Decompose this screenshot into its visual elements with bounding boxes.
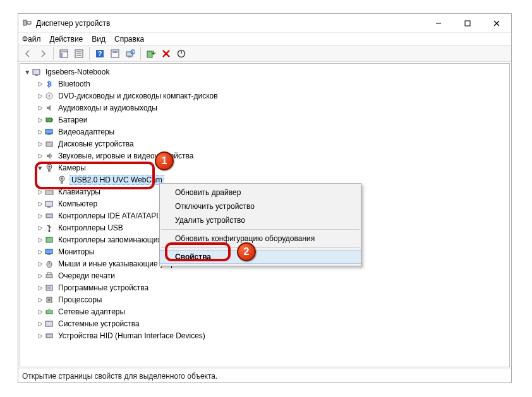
svg-point-37 [48, 165, 50, 167]
collapse-icon[interactable] [23, 68, 32, 76]
tree-node-net[interactable]: Сетевые адаптеры [21, 306, 509, 317]
svg-rect-32 [45, 129, 52, 134]
expand-icon[interactable] [35, 116, 44, 124]
expand-icon[interactable] [35, 247, 44, 256]
tree-node-disks[interactable]: Дисковые устройства [21, 138, 509, 150]
svg-text:?: ? [98, 50, 102, 57]
tree-label: Процессоры [57, 295, 104, 304]
svg-rect-49 [45, 249, 52, 254]
expand-icon[interactable] [35, 331, 44, 340]
tree-node-system[interactable]: Системные устройства [21, 318, 509, 329]
context-separator [161, 229, 360, 230]
menu-help[interactable]: Справка [114, 35, 144, 44]
scan-hardware-button[interactable] [123, 47, 137, 61]
tree-label-selected: USB2.0 HD UVC WebCam [70, 175, 164, 185]
svg-rect-4 [465, 21, 470, 26]
computer-root-icon [32, 67, 42, 77]
tree-label: Системные устройства [57, 319, 141, 328]
context-separator [161, 247, 360, 248]
svg-rect-1 [27, 21, 31, 24]
expand-icon[interactable] [35, 92, 44, 100]
svg-rect-44 [45, 201, 52, 206]
expand-icon[interactable] [35, 104, 44, 112]
expand-icon[interactable] [35, 235, 44, 244]
tree-label: Звуковые, игровые и видеоустройства [57, 151, 195, 160]
minimize-button[interactable] [424, 14, 453, 32]
context-disable-device[interactable]: Отключить устройство [160, 199, 361, 213]
svg-rect-62 [46, 334, 52, 338]
uninstall-device-toolbar-button[interactable] [159, 47, 173, 61]
usb-controller-icon [44, 223, 54, 233]
tree-label: Клавиатуры [57, 187, 102, 196]
tree-label: Компьютер [57, 199, 99, 208]
tree-node-cpu[interactable]: Процессоры [21, 294, 509, 305]
svg-rect-59 [46, 311, 52, 314]
close-button[interactable] [482, 14, 511, 32]
expand-icon[interactable] [35, 283, 44, 292]
svg-rect-48 [46, 237, 52, 242]
svg-rect-31 [52, 119, 53, 121]
tree-label: Мониторы [57, 247, 95, 256]
svg-rect-18 [126, 52, 133, 56]
tree-label: Батареи [57, 116, 88, 124]
tree-root[interactable]: Igsebers-Notebook [21, 66, 509, 78]
svg-rect-19 [128, 56, 131, 57]
tree-node-battery[interactable]: Батареи [21, 114, 509, 126]
menu-action[interactable]: Действие [50, 35, 83, 44]
statusbar: Открытие страницы свойств для выделенног… [18, 369, 511, 382]
tree-node-dvd[interactable]: DVD-дисководы и дисководы компакт-дисков [21, 90, 509, 102]
expand-icon[interactable] [35, 319, 44, 328]
tree-node-bluetooth[interactable]: Bluetooth [21, 78, 509, 90]
tree-node-audio[interactable]: Аудиовходы и аудиовыходы [21, 102, 509, 114]
expand-icon[interactable] [35, 295, 44, 304]
tree-node-printq[interactable]: Очереди печати [21, 270, 509, 281]
expand-icon[interactable] [35, 139, 44, 148]
expand-icon[interactable] [35, 223, 44, 232]
back-button[interactable] [21, 47, 35, 61]
expand-icon[interactable] [35, 307, 44, 316]
tree-node-software[interactable]: Программные устройства [21, 282, 509, 293]
context-scan-hardware[interactable]: Обновить конфигурацию оборудования [160, 232, 361, 246]
context-properties[interactable]: Свойства [160, 250, 361, 264]
update-driver-toolbar-button[interactable] [144, 47, 158, 61]
expand-icon[interactable] [35, 80, 44, 88]
audio-io-icon [44, 103, 54, 113]
expand-icon[interactable] [35, 211, 44, 220]
expand-icon[interactable] [35, 271, 44, 280]
forward-button[interactable] [36, 47, 50, 61]
tree-label: Сетевые адаптеры [57, 307, 126, 316]
maximize-button[interactable] [453, 14, 482, 32]
disk-drive-icon [44, 139, 54, 149]
dvd-drive-icon [44, 91, 54, 101]
context-update-driver[interactable]: Обновить драйвер [160, 186, 361, 199]
expand-icon[interactable] [35, 199, 44, 208]
help-toolbar-button[interactable]: ? [93, 47, 107, 61]
menu-view[interactable]: Вид [92, 35, 106, 44]
expand-icon[interactable] [35, 259, 44, 268]
collapse-icon[interactable] [35, 163, 44, 172]
storage-controller-icon [44, 235, 54, 245]
tree-node-cameras[interactable]: Камеры [21, 162, 509, 174]
context-uninstall-device[interactable]: Удалить устройство [160, 213, 361, 227]
svg-rect-27 [35, 74, 38, 76]
expand-icon[interactable] [35, 187, 44, 196]
show-hide-console-tree-button[interactable] [57, 47, 71, 61]
tree-node-sound[interactable]: Звуковые, игровые и видеоустройства [21, 150, 509, 162]
tree-node-hid[interactable]: Устройства HID (Human Interface Devices) [21, 330, 509, 341]
tree-node-videoadapters[interactable]: Видеоадаптеры [21, 126, 509, 138]
svg-rect-26 [33, 69, 40, 74]
expand-icon[interactable] [35, 151, 44, 160]
titlebar: Диспетчер устройств [18, 14, 511, 33]
disable-device-toolbar-button[interactable] [174, 47, 188, 61]
tree-label: Устройства HID (Human Interface Devices) [57, 331, 207, 340]
tree-label: Видеоадаптеры [57, 127, 116, 136]
menu-file[interactable]: Файл [22, 35, 41, 44]
expand-icon[interactable] [35, 127, 44, 136]
sound-device-icon [44, 151, 54, 161]
toolbar-button-extra[interactable] [108, 47, 122, 61]
tree-label: Контроллеры IDE ATA/ATAPI [57, 211, 160, 220]
svg-rect-9 [61, 53, 63, 57]
window-title: Диспетчер устройств [36, 19, 110, 28]
toolbar: ? [18, 45, 511, 62]
properties-toolbar-button[interactable] [72, 47, 86, 61]
